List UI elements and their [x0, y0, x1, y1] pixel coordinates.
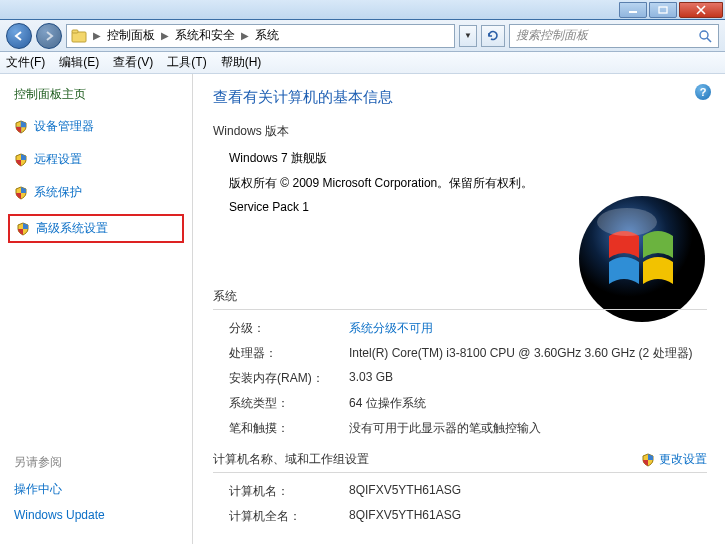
search-input[interactable]: 搜索控制面板 [509, 24, 719, 48]
section-label: 系统 [213, 288, 707, 310]
sidebar-link-label: 系统保护 [34, 184, 82, 201]
breadcrumb-separator: ▶ [93, 30, 101, 41]
section-computer-name: 计算机名称、域和工作组设置 更改设置 计算机名： 8QIFXV5YTH61ASG… [213, 451, 707, 525]
sidebar-link-label: 远程设置 [34, 151, 82, 168]
breadcrumb-item[interactable]: 系统 [255, 27, 279, 44]
menu-tools[interactable]: 工具(T) [167, 54, 206, 71]
row-system-type: 系统类型： 64 位操作系统 [213, 395, 707, 412]
sidebar-link-system-protection[interactable]: 系统保护 [14, 181, 192, 204]
value: 8QIFXV5YTH61ASG [349, 508, 707, 525]
address-bar-row: ▶ 控制面板 ▶ 系统和安全 ▶ 系统 ▼ 搜索控制面板 [0, 20, 725, 52]
svg-point-6 [597, 208, 657, 236]
sidebar-link-label: 设备管理器 [34, 118, 94, 135]
svg-point-4 [700, 31, 708, 39]
breadcrumb-separator: ▶ [241, 30, 249, 41]
row-ram: 安装内存(RAM)： 3.03 GB [213, 370, 707, 387]
breadcrumb-bar[interactable]: ▶ 控制面板 ▶ 系统和安全 ▶ 系统 [66, 24, 455, 48]
menu-edit[interactable]: 编辑(E) [59, 54, 99, 71]
row-pen-touch: 笔和触摸： 没有可用于此显示器的笔或触控输入 [213, 420, 707, 437]
minimize-button[interactable] [619, 2, 647, 18]
value: 没有可用于此显示器的笔或触控输入 [349, 420, 707, 437]
breadcrumb-separator: ▶ [161, 30, 169, 41]
shield-icon [16, 222, 30, 236]
menu-file[interactable]: 文件(F) [6, 54, 45, 71]
shield-icon [14, 153, 28, 167]
shield-icon [14, 120, 28, 134]
svg-rect-3 [72, 30, 78, 33]
breadcrumb-item[interactable]: 系统和安全 [175, 27, 235, 44]
windows-name: Windows 7 旗舰版 [229, 150, 707, 167]
sidebar-seealso-windows-update[interactable]: Windows Update [14, 508, 192, 522]
search-icon [698, 29, 712, 43]
menu-view[interactable]: 查看(V) [113, 54, 153, 71]
help-icon[interactable]: ? [695, 84, 711, 100]
value: Intel(R) Core(TM) i3-8100 CPU @ 3.60GHz … [349, 345, 707, 362]
value: 3.03 GB [349, 370, 707, 387]
sidebar-seealso-action-center[interactable]: 操作中心 [14, 481, 192, 498]
change-settings-label: 更改设置 [659, 451, 707, 468]
sidebar-link-device-manager[interactable]: 设备管理器 [14, 115, 192, 138]
section-label: 计算机名称、域和工作组设置 更改设置 [213, 451, 707, 473]
close-button[interactable] [679, 2, 723, 18]
sidebar-link-label: 高级系统设置 [36, 220, 108, 237]
address-dropdown-button[interactable]: ▼ [459, 25, 477, 47]
menu-help[interactable]: 帮助(H) [221, 54, 262, 71]
maximize-button[interactable] [649, 2, 677, 18]
change-settings-link[interactable]: 更改设置 [641, 451, 707, 468]
shield-icon [14, 186, 28, 200]
value: 8QIFXV5YTH61ASG [349, 483, 707, 500]
nav-back-button[interactable] [6, 23, 32, 49]
label: 安装内存(RAM)： [229, 370, 349, 387]
folder-icon [71, 29, 87, 43]
section-label: Windows 版本 [213, 123, 707, 140]
sidebar-seealso: 另请参阅 操作中心 Windows Update [14, 454, 192, 532]
label: 分级： [229, 320, 349, 337]
sidebar-seealso-title: 另请参阅 [14, 454, 192, 471]
sidebar-link-remote-settings[interactable]: 远程设置 [14, 148, 192, 171]
svg-rect-1 [659, 7, 667, 13]
row-computer-full-name: 计算机全名： 8QIFXV5YTH61ASG [213, 508, 707, 525]
value: 64 位操作系统 [349, 395, 707, 412]
label: 处理器： [229, 345, 349, 362]
sidebar: 控制面板主页 设备管理器 远程设置 系统保护 高级系统设置 另请参阅 操作中心 … [0, 74, 193, 544]
copyright-text: 版权所有 © 2009 Microsoft Corporation。保留所有权利… [229, 175, 707, 192]
breadcrumb-item[interactable]: 控制面板 [107, 27, 155, 44]
shield-icon [641, 453, 655, 467]
nav-forward-button[interactable] [36, 23, 62, 49]
row-computer-name: 计算机名： 8QIFXV5YTH61ASG [213, 483, 707, 500]
section-label-text: 计算机名称、域和工作组设置 [213, 452, 369, 466]
window-titlebar [0, 0, 725, 20]
svg-rect-0 [629, 11, 637, 13]
row-processor: 处理器： Intel(R) Core(TM) i3-8100 CPU @ 3.6… [213, 345, 707, 362]
label: 计算机名： [229, 483, 349, 500]
label: 系统类型： [229, 395, 349, 412]
menu-bar: 文件(F) 编辑(E) 查看(V) 工具(T) 帮助(H) [0, 52, 725, 74]
content-pane: ? 查看有关计算机的基本信息 Windows 版本 Windows 7 旗舰版 … [193, 74, 725, 544]
refresh-button[interactable] [481, 25, 505, 47]
label: 计算机全名： [229, 508, 349, 525]
search-placeholder: 搜索控制面板 [516, 27, 588, 44]
sidebar-home-link[interactable]: 控制面板主页 [14, 86, 192, 103]
label: 笔和触摸： [229, 420, 349, 437]
page-heading: 查看有关计算机的基本信息 [213, 88, 707, 107]
sidebar-link-advanced-settings[interactable]: 高级系统设置 [8, 214, 184, 243]
